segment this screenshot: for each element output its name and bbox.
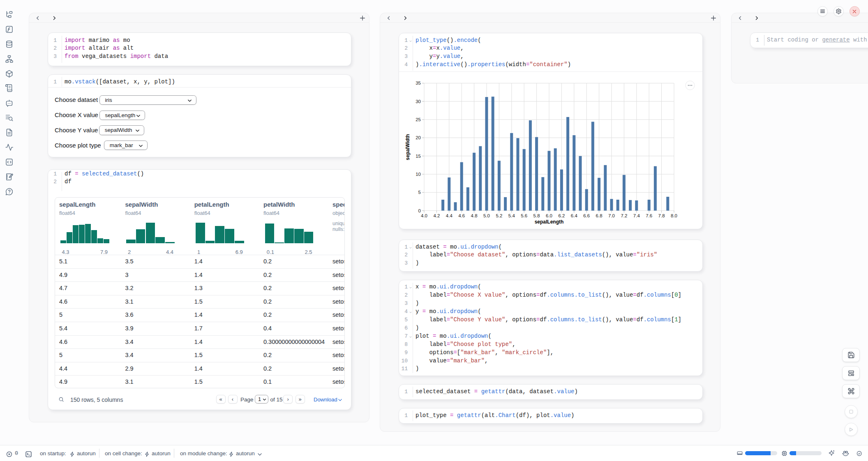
svg-text:15: 15 — [416, 154, 421, 159]
svg-text:5.0: 5.0 — [483, 213, 490, 218]
svg-text:5.8: 5.8 — [533, 213, 540, 218]
svg-text:sepalLength: sepalLength — [535, 219, 564, 225]
svg-text:5.4: 5.4 — [508, 213, 515, 218]
svg-text:6.4: 6.4 — [571, 213, 578, 218]
svg-text:7.4: 7.4 — [633, 213, 640, 218]
svg-text:8.0: 8.0 — [671, 213, 677, 218]
svg-text:0: 0 — [418, 208, 421, 213]
svg-text:6.0: 6.0 — [546, 213, 552, 218]
svg-text:7.8: 7.8 — [658, 213, 665, 218]
svg-text:6.8: 6.8 — [596, 213, 603, 218]
svg-text:sepalWidth: sepalWidth — [405, 134, 411, 160]
svg-text:5.2: 5.2 — [496, 213, 502, 218]
svg-text:4.4: 4.4 — [446, 213, 453, 218]
svg-text:4.6: 4.6 — [458, 213, 465, 218]
svg-text:30: 30 — [416, 99, 421, 104]
svg-text:7.6: 7.6 — [646, 213, 652, 218]
svg-text:4.8: 4.8 — [471, 213, 478, 218]
svg-text:5: 5 — [418, 190, 421, 195]
svg-text:7.0: 7.0 — [608, 213, 615, 218]
svg-text:4.2: 4.2 — [433, 213, 440, 218]
svg-text:10: 10 — [416, 172, 421, 177]
svg-text:5.6: 5.6 — [521, 213, 527, 218]
svg-text:6.6: 6.6 — [583, 213, 590, 218]
svg-text:20: 20 — [416, 135, 421, 140]
svg-text:35: 35 — [416, 81, 421, 85]
svg-text:4.0: 4.0 — [421, 213, 427, 218]
svg-text:25: 25 — [416, 117, 421, 122]
svg-text:6.2: 6.2 — [558, 213, 565, 218]
svg-text:7.2: 7.2 — [621, 213, 627, 218]
